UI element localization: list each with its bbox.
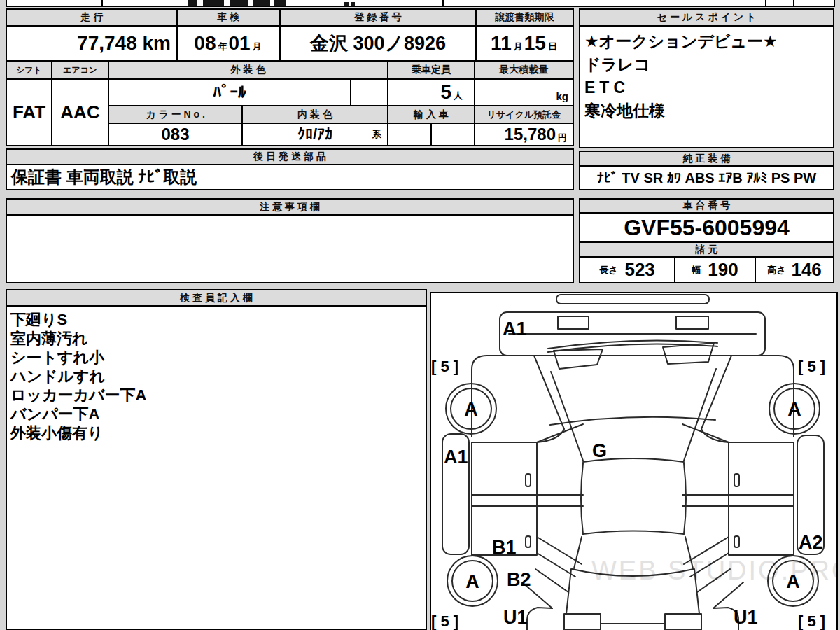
clipped-top-cell: [765, 0, 794, 7]
windshield-left-edge: [551, 372, 583, 461]
spec-height-label: 高さ: [767, 264, 785, 276]
right-rear-door-handle: [734, 536, 739, 547]
clipped-text-fragment: [253, 0, 270, 6]
import-car-header: 輸 入 車: [387, 105, 475, 124]
tire-depth-rear-right: [ 5 ]: [798, 612, 825, 630]
import-car-cell-right: [430, 122, 475, 146]
left-cowl-vent: [554, 349, 603, 369]
clipped-text-fragment: [274, 0, 286, 6]
tire-depth-front-left: [ 5 ]: [431, 358, 458, 375]
spec-width-value: 190: [708, 259, 738, 281]
genuine-equipment-value: ﾅﾋﾞ TV SR ｶﾜ ABS ｴｱB ｱﾙﾐ PS PW: [579, 165, 834, 190]
transfer-deadline-value: 11 月 15 日: [475, 25, 574, 62]
right-taillight: [665, 614, 701, 630]
sales-point-item: ETC: [584, 76, 833, 99]
inspection-year: 08: [194, 32, 216, 55]
max-load-value: kg: [474, 78, 574, 106]
front-bumper: [556, 295, 709, 304]
tire-depth-rear-left: [ 5 ]: [431, 612, 458, 630]
later-parts-value: 保証書 車両取説 ﾅﾋﾞ取説: [6, 164, 574, 190]
registration-header: 登 録 番 号: [279, 8, 477, 27]
quarter-damage-label: B2: [507, 569, 531, 590]
exterior-color-empty-cell: [350, 78, 388, 106]
spec-width-label: 幅: [692, 264, 701, 276]
capacity-value: 5 人: [387, 78, 475, 106]
inspector-note-line: 外装小傷有り: [10, 424, 426, 442]
left-headlight: [558, 316, 589, 329]
interior-color-value: ｸﾛ/ｱｶ 系: [241, 122, 388, 146]
recycle-fee-number: 15,780: [505, 125, 556, 144]
tire-depth-front-right: [ 5 ]: [798, 358, 825, 375]
capacity-number: 5: [440, 81, 451, 104]
spec-length-label: 長さ: [599, 264, 617, 276]
deadline-day-unit: 日: [548, 41, 557, 53]
mileage-header: 走 行: [6, 8, 178, 27]
clipped-top-cell: [793, 0, 835, 7]
inspector-note-line: ハンドルすれ: [10, 367, 426, 386]
wheel-grade-rear-right: A: [786, 571, 800, 592]
auction-sheet: 走 行 車 検 登 録 番 号 譲渡書類期限 77,748 km 08 年 01…: [0, 0, 840, 630]
inspector-note-line: 室内薄汚れ: [10, 329, 426, 348]
inspection-month-unit: 月: [253, 41, 262, 53]
exterior-color-header: 外 装 色: [108, 60, 388, 80]
spec-length-cell: 長さ 523: [579, 256, 676, 284]
import-car-cell-left: [387, 122, 432, 146]
wheel-grade-front-left: A: [464, 399, 478, 420]
car-condition-diagram: WEB STUDIO.PRO: [431, 293, 836, 630]
inspector-note-line: シートすれ小: [10, 348, 426, 367]
deadline-month-unit: 月: [514, 41, 523, 53]
clipped-text-fragment: [351, 2, 355, 6]
clipped-text-fragment: [230, 0, 248, 6]
sill-left-damage-label: A1: [444, 447, 468, 468]
later-parts-header: 後 日 発 送 部 品: [6, 148, 574, 165]
clipped-top-cell: [6, 0, 103, 7]
color-no-value: 083: [108, 122, 243, 146]
glass-damage-label: G: [592, 440, 607, 461]
spec-length-value: 523: [624, 259, 654, 281]
inspection-month: 01: [229, 32, 251, 55]
notes-body: [6, 214, 574, 284]
roof-right-edge: [684, 463, 686, 534]
interior-color-suffix: 系: [372, 128, 382, 141]
inspector-notes-body: 下廻りS 室内薄汚れ シートすれ小 ハンドルすれ ロッカーカバー下A バンパー下…: [6, 305, 427, 630]
interior-color-header: 内 装 色: [241, 105, 388, 124]
left-front-door-handle: [526, 474, 531, 486]
sill-right-damage-label: A2: [799, 532, 823, 553]
notes-header: 注 意 事 項 欄: [6, 198, 574, 216]
wheel-grade-rear-left: A: [465, 571, 479, 592]
recycle-fee-value: 15,780 円: [474, 122, 574, 146]
under-left-damage-label: U1: [503, 607, 528, 628]
inspection-year-unit: 年: [218, 41, 227, 53]
aircon-header: エアコン: [51, 60, 109, 80]
inspector-notes-header: 検 査 員 記 入 欄: [6, 289, 427, 307]
windshield-right-edge: [684, 369, 716, 461]
capacity-unit: 人: [454, 90, 463, 102]
sales-point-item: ★オークションデビュー★: [584, 30, 833, 53]
deadline-month: 11: [491, 32, 512, 55]
inspector-note-line: バンパー下A: [10, 405, 426, 424]
sales-point-item: ドラレコ: [584, 53, 833, 76]
genuine-equipment-header: 純 正 装 備: [579, 150, 834, 167]
car-diagram-box: WEB STUDIO.PRO: [430, 292, 838, 630]
spec-height-value: 146: [791, 259, 821, 281]
specs-header: 諸 元: [579, 241, 834, 258]
recycle-fee-header: リサイクル預託金: [474, 105, 574, 124]
transfer-deadline-header: 譲渡書類期限: [475, 8, 574, 27]
shift-value: FAT: [6, 78, 52, 146]
wheel-grade-front-right: A: [788, 399, 802, 420]
left-taillight: [564, 614, 601, 630]
right-doors: [729, 442, 794, 555]
under-right-damage-label: U1: [734, 607, 758, 628]
inspector-note-line: 下廻りS: [10, 310, 426, 329]
inspection-header: 車 検: [176, 8, 281, 27]
right-headlight: [676, 316, 708, 329]
sales-point-item: 寒冷地仕様: [584, 99, 833, 122]
max-load-header: 最大積載量: [474, 60, 574, 80]
capacity-header: 乗車定員: [387, 60, 475, 80]
roof-left-edge: [581, 463, 583, 534]
recycle-fee-unit: 円: [558, 132, 567, 144]
color-no-header: カ ラ ー N o .: [108, 105, 243, 124]
inspection-value: 08 年 01 月: [176, 25, 281, 62]
mileage-value: 77,748 km: [6, 25, 178, 62]
exterior-color-value: ﾊﾟｰﾙ: [108, 78, 351, 106]
